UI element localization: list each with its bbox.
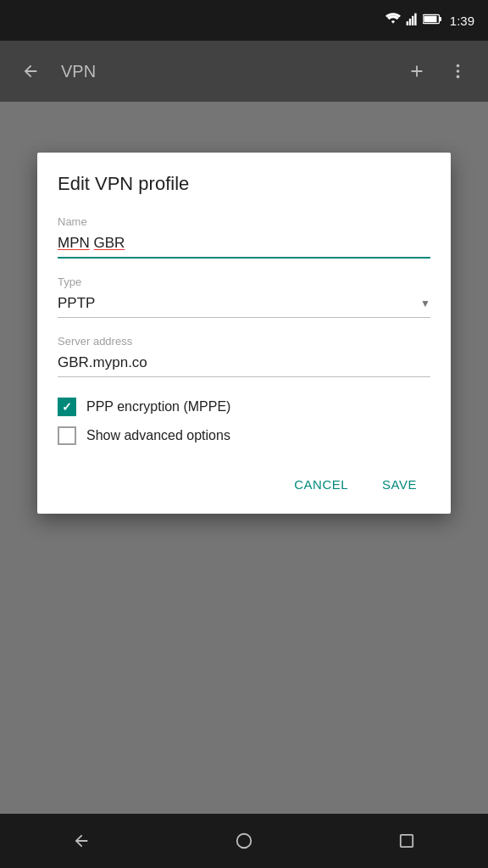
content-background: Edit VPN profile Name MPN GBR Type PPTP … [0,102,488,814]
svg-rect-0 [406,21,408,25]
app-bar-title: VPN [61,62,386,81]
status-icons: 1:39 [385,12,474,29]
more-options-button[interactable] [441,54,474,88]
dialog-overlay: Edit VPN profile Name MPN GBR Type PPTP … [0,102,488,814]
status-time: 1:39 [450,14,474,28]
server-input[interactable] [58,351,430,377]
dropdown-arrow-icon: ▼ [420,298,430,309]
navigation-bar [0,814,488,868]
checkmark-icon: ✓ [62,400,72,414]
ppp-encryption-checkbox[interactable]: ✓ [58,398,76,416]
svg-point-8 [456,70,459,73]
svg-point-7 [456,64,459,68]
dialog-actions: CANCEL SAVE [58,462,430,500]
app-bar-actions [400,54,474,88]
svg-rect-2 [412,16,413,25]
back-button[interactable] [14,54,47,88]
type-field-section: Type PPTP ▼ [58,275,430,318]
svg-point-10 [237,834,252,849]
server-field-section: Server address [58,335,430,394]
svg-rect-1 [409,19,411,25]
wifi-icon [385,13,401,28]
name-label: Name [58,215,430,228]
name-input[interactable]: MPN GBR [58,231,430,259]
ppp-encryption-row: ✓ PPP encryption (MPPE) [58,398,430,416]
svg-rect-5 [440,17,441,21]
type-value: PPTP [58,295,95,312]
advanced-options-checkbox[interactable] [58,426,76,445]
nav-recent-button[interactable] [386,821,427,861]
advanced-options-row: Show advanced options [58,426,430,445]
nav-back-button[interactable] [61,821,102,861]
svg-rect-11 [401,835,413,847]
battery-icon [423,13,441,28]
dialog-title: Edit VPN profile [58,173,430,195]
name-mpn: MPN [58,235,90,251]
status-bar: 1:39 [0,0,488,41]
svg-point-9 [456,75,459,79]
cancel-button[interactable]: CANCEL [280,469,362,500]
edit-vpn-dialog: Edit VPN profile Name MPN GBR Type PPTP … [37,153,451,514]
server-label: Server address [58,335,430,348]
save-button[interactable]: SAVE [369,469,430,500]
app-bar: VPN [0,41,488,102]
name-field-section: Name MPN GBR [58,215,430,259]
svg-rect-3 [414,14,416,25]
nav-home-button[interactable] [224,821,264,861]
ppp-encryption-label: PPP encryption (MPPE) [86,399,230,415]
name-gbr: GBR [94,235,125,251]
signal-icon [406,12,418,29]
type-dropdown[interactable]: PPTP ▼ [58,292,430,318]
svg-rect-6 [424,16,436,23]
type-label: Type [58,275,430,288]
add-button[interactable] [400,54,434,88]
advanced-options-label: Show advanced options [86,428,230,443]
